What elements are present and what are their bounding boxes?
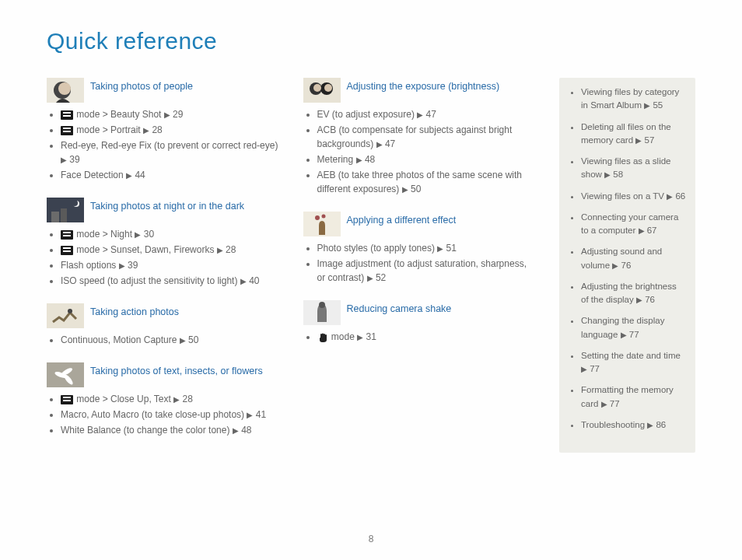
arrow-icon: ▶ xyxy=(402,185,408,194)
topic-thumb xyxy=(303,300,341,325)
topic-item[interactable]: Image adjustment (to adjust saturation, … xyxy=(317,257,537,285)
topic-title[interactable]: Taking photos of people xyxy=(90,78,193,94)
topic-item[interactable]: Continuous, Motion Capture ▶ 50 xyxy=(61,333,280,347)
page-ref: 57 xyxy=(645,135,655,145)
topic-item[interactable]: AEB (to take three photos of the same sc… xyxy=(317,168,537,196)
sidebar-item[interactable]: Adjusting sound and volume ▶ 76 xyxy=(581,245,686,272)
topic-item[interactable]: mode > Portrait ▶ 28 xyxy=(61,123,280,137)
page-ref: 30 xyxy=(144,229,154,240)
svg-point-5 xyxy=(72,200,78,206)
item-text: Face Detection xyxy=(61,170,126,180)
svg-point-20 xyxy=(315,215,320,220)
page-ref: 47 xyxy=(426,109,436,120)
sidebar-item[interactable]: Setting the date and time ▶ 77 xyxy=(581,349,686,376)
arrow-icon: ▶ xyxy=(61,156,67,164)
page-ref: 41 xyxy=(256,409,266,420)
topic-item[interactable]: Photo styles (to apply tones) ▶ 51 xyxy=(317,241,537,255)
sidebar-item[interactable]: Adjusting the brightness of the display … xyxy=(581,280,686,307)
item-text: Metering xyxy=(317,154,356,165)
topic-thumb xyxy=(47,198,84,222)
topic-item[interactable]: Face Detection ▶ 44 xyxy=(61,168,280,182)
sidebar-item[interactable]: Viewing files as a slide show ▶ 58 xyxy=(581,155,686,182)
item-text: Troubleshooting xyxy=(581,420,647,429)
page-ref: 28 xyxy=(226,244,236,255)
item-text: Continuous, Motion Capture xyxy=(61,334,180,345)
page-ref: 77 xyxy=(629,330,639,339)
page-ref: 48 xyxy=(241,425,251,436)
topic-item[interactable]: mode ▶ 31 xyxy=(317,330,537,344)
sidebar-item[interactable]: Viewing files on a TV ▶ 66 xyxy=(581,190,686,203)
item-text: mode > Portrait xyxy=(74,124,143,135)
sidebar-item[interactable]: Formatting the memory card ▶ 77 xyxy=(581,383,686,411)
arrow-icon: ▶ xyxy=(367,274,373,282)
item-text: mode > Night xyxy=(74,229,135,240)
page-ref: 55 xyxy=(653,100,663,110)
sidebar-list: Viewing files by category in Smart Album… xyxy=(569,86,686,432)
page-ref: 28 xyxy=(183,394,193,404)
svg-rect-7 xyxy=(61,208,67,222)
topic-item[interactable]: Metering ▶ 48 xyxy=(317,152,537,166)
arrow-icon: ▶ xyxy=(356,156,362,164)
item-text: ACB (to compensate for subjects against … xyxy=(317,124,513,149)
arrow-icon: ▶ xyxy=(581,365,587,373)
arrow-icon: ▶ xyxy=(126,171,132,180)
item-text: Image adjustment (to adjust saturation, … xyxy=(317,258,527,283)
topic-item[interactable]: Flash options ▶ 39 xyxy=(61,258,280,272)
arrow-icon: ▶ xyxy=(636,296,642,304)
page-ref: 29 xyxy=(173,109,183,120)
topic-item[interactable]: mode > Night ▶ 30 xyxy=(61,227,280,241)
svg-point-9 xyxy=(68,309,72,313)
topic: Reducing camera shake mode ▶ 31 xyxy=(303,300,537,344)
topic-item[interactable]: EV (to adjust exposure) ▶ 47 xyxy=(317,107,537,121)
item-text: mode > Close Up, Text xyxy=(74,394,173,404)
sidebar-item[interactable]: Deleting all files on the memory card ▶ … xyxy=(581,121,686,148)
topic-title[interactable]: Reducing camera shake xyxy=(347,300,452,317)
sidebar-item[interactable]: Troubleshooting ▶ 86 xyxy=(581,418,686,432)
topic-item[interactable]: White Balance (to change the color tone)… xyxy=(61,423,280,437)
item-text: Formatting the memory card xyxy=(581,385,674,408)
topic-item[interactable]: ACB (to compensate for subjects against … xyxy=(317,123,537,151)
svg-rect-6 xyxy=(51,212,59,222)
arrow-icon: ▶ xyxy=(247,411,253,419)
arrow-icon: ▶ xyxy=(644,101,650,110)
sidebar-item[interactable]: Changing the display language ▶ 77 xyxy=(581,314,686,341)
item-text: Viewing files on a TV xyxy=(581,191,667,201)
topic: Taking photos of people mode > Beauty Sh… xyxy=(47,78,280,182)
topic-title[interactable]: Taking photos at night or in the dark xyxy=(90,198,244,214)
sidebar-item[interactable]: Connecting your camera to a computer ▶ 6… xyxy=(581,211,686,238)
item-text: mode > Sunset, Dawn, Fireworks xyxy=(74,244,217,255)
topic-title[interactable]: Taking action photos xyxy=(90,303,179,320)
page-ref: 58 xyxy=(613,170,623,179)
topic-item[interactable]: Red-eye, Red-eye Fix (to prevent or corr… xyxy=(61,138,280,166)
page-ref: 40 xyxy=(249,275,259,286)
topic-item[interactable]: mode > Beauty Shot ▶ 29 xyxy=(61,107,280,121)
content-columns: Taking photos of people mode > Beauty Sh… xyxy=(47,78,695,453)
item-text: Adjusting the brightness of the display xyxy=(581,282,677,304)
arrow-icon: ▶ xyxy=(357,333,363,341)
topic: Taking action photosContinuous, Motion C… xyxy=(47,303,280,347)
topic-item[interactable]: mode > Sunset, Dawn, Fireworks ▶ 28 xyxy=(61,243,280,257)
page-ref: 76 xyxy=(621,261,631,270)
sidebar-item[interactable]: Viewing files by category in Smart Album… xyxy=(581,86,686,113)
page-ref: 47 xyxy=(385,138,395,149)
page-ref: 52 xyxy=(376,272,386,283)
arrow-icon: ▶ xyxy=(135,230,141,239)
topic-title[interactable]: Taking photos of text, insects, or flowe… xyxy=(90,362,263,379)
arrow-icon: ▶ xyxy=(667,192,673,201)
item-text: Setting the date and time xyxy=(581,351,681,360)
topic-item[interactable]: Macro, Auto Macro (to take close-up phot… xyxy=(61,408,280,422)
item-text: Flash options xyxy=(61,260,119,271)
topic-item[interactable]: ISO speed (to adjust the sensitivity to … xyxy=(61,274,280,288)
topic-item[interactable]: mode > Close Up, Text ▶ 28 xyxy=(61,392,280,406)
item-text: Deleting all files on the memory card xyxy=(581,122,671,145)
arrow-icon: ▶ xyxy=(233,426,239,435)
topic-title[interactable]: Adjusting the exposure (brightness) xyxy=(347,78,500,94)
topic: Taking photos of text, insects, or flowe… xyxy=(47,362,280,437)
topic-title[interactable]: Applying a different effect xyxy=(347,212,457,228)
svg-rect-8 xyxy=(47,303,84,328)
arrow-icon: ▶ xyxy=(621,331,627,339)
page-number: 8 xyxy=(0,532,742,546)
topic-thumb xyxy=(303,212,341,236)
page-ref: 76 xyxy=(645,295,655,304)
arrow-icon: ▶ xyxy=(173,395,180,404)
